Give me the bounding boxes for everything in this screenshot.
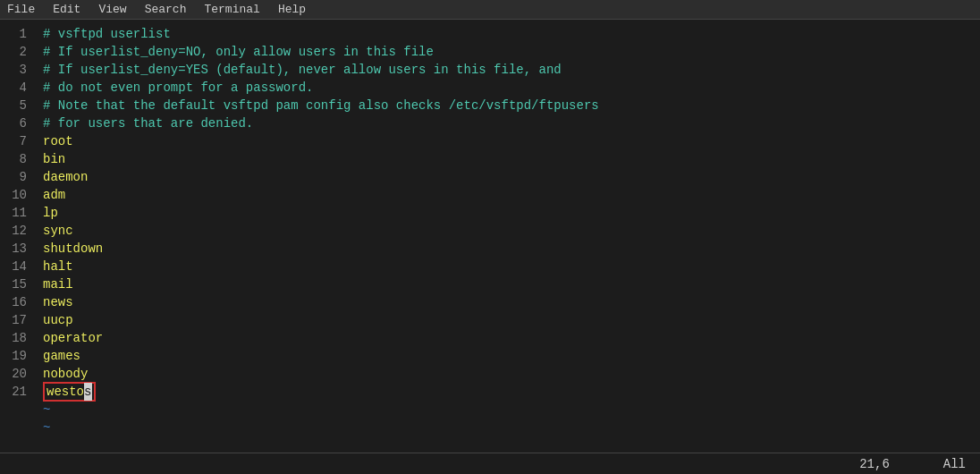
menu-terminal[interactable]: Terminal: [204, 3, 259, 16]
line-21-word: westos: [43, 382, 96, 402]
line-num-7: 7: [7, 132, 27, 150]
cursor-position: 21,6: [859, 457, 890, 471]
menu-help[interactable]: Help: [278, 3, 306, 16]
line-num-14: 14: [7, 258, 27, 275]
menu-view[interactable]: View: [98, 3, 126, 16]
line-num-15: 15: [7, 275, 27, 293]
menu-edit[interactable]: Edit: [53, 3, 80, 16]
code-line-12: sync: [43, 222, 980, 240]
line-num-18: 18: [7, 329, 27, 347]
menu-search[interactable]: Search: [145, 3, 187, 16]
cursor: s: [84, 383, 92, 401]
line-num-16: 16: [7, 293, 27, 311]
line-num-1: 1: [7, 25, 27, 43]
menu-file[interactable]: File: [7, 3, 35, 16]
line-num-10: 10: [7, 186, 27, 204]
code-content[interactable]: # vsftpd userlist # If userlist_deny=NO,…: [34, 20, 980, 453]
code-line-13: shutdown: [43, 240, 980, 258]
editor-area: 1 2 3 4 5 6 7 8 9 10 11 12 13 14 15 16 1…: [0, 20, 980, 453]
line-num-12: 12: [7, 222, 27, 240]
line-num-6: 6: [7, 114, 27, 132]
code-line-18: operator: [43, 329, 980, 347]
line-num-13: 13: [7, 240, 27, 258]
code-line-5: # Note that the default vsftpd pam confi…: [43, 97, 980, 114]
code-line-14: halt: [43, 258, 980, 275]
line-num-8: 8: [7, 150, 27, 168]
code-line-6: # for users that are denied.: [43, 114, 980, 132]
line-num-20: 20: [7, 365, 27, 383]
line-num-4: 4: [7, 79, 27, 97]
code-line-16: news: [43, 293, 980, 311]
code-line-15: mail: [43, 275, 980, 293]
code-line-2: # If userlist_deny=NO, only allow users …: [43, 43, 980, 61]
menu-bar: File Edit View Search Terminal Help: [0, 0, 980, 20]
code-line-3: # If userlist_deny=YES (default), never …: [43, 61, 980, 79]
code-line-4: # do not even prompt for a password.: [43, 79, 980, 97]
code-line-1: # vsftpd userlist: [43, 25, 980, 43]
line-num-11: 11: [7, 204, 27, 222]
code-line-19: games: [43, 347, 980, 365]
line-num-19: 19: [7, 347, 27, 365]
line-numbers: 1 2 3 4 5 6 7 8 9 10 11 12 13 14 15 16 1…: [0, 20, 34, 453]
line-num-21: 21: [7, 383, 27, 401]
line-num-17: 17: [7, 311, 27, 329]
terminal-window: File Edit View Search Terminal Help 1 2 …: [0, 0, 980, 474]
line-num-3: 3: [7, 61, 27, 79]
status-bar: 21,6 All: [0, 453, 980, 474]
code-line-9: daemon: [43, 168, 980, 186]
code-line-20: nobody: [43, 365, 980, 383]
line-num-tilde-2: [7, 419, 27, 436]
line-num-5: 5: [7, 97, 27, 114]
line-num-2: 2: [7, 43, 27, 61]
code-line-10: adm: [43, 186, 980, 204]
code-line-17: uucp: [43, 311, 980, 329]
code-line-7: root: [43, 132, 980, 150]
code-line-8: bin: [43, 150, 980, 168]
scroll-scope: All: [943, 457, 966, 471]
code-line-11: lp: [43, 204, 980, 222]
line-num-9: 9: [7, 168, 27, 186]
code-line-21: westos: [43, 383, 980, 401]
line-num-tilde-1: [7, 401, 27, 419]
tilde-line-2: ~: [43, 419, 980, 436]
tilde-line-1: ~: [43, 401, 980, 419]
